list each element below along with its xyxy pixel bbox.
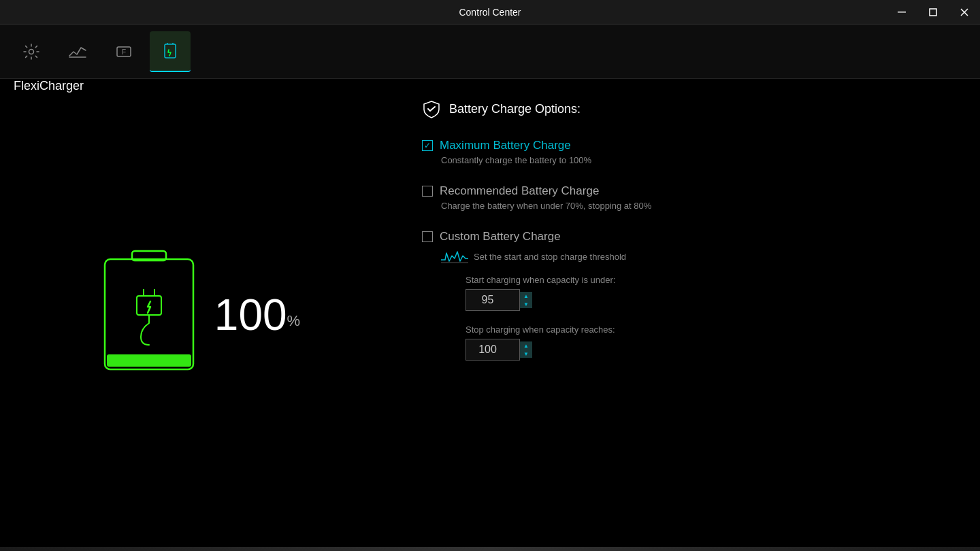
start-charge-input[interactable] — [466, 289, 520, 311]
maximize-button[interactable] — [917, 0, 949, 24]
stop-charge-group: Stop charging when capacity reaches: ▲ ▼ — [466, 324, 953, 361]
option-recommended-desc: Charge the battery when under 70%, stopp… — [441, 201, 953, 211]
option-recommended-title: Recommended Battery Charge — [440, 184, 599, 198]
custom-threshold-desc: Set the start and stop charge threshold — [474, 252, 626, 262]
svg-rect-8 — [165, 44, 176, 58]
start-charge-label: Start charging when capacity is under: — [466, 275, 953, 285]
section-title: Battery Charge Options: — [449, 102, 581, 116]
option-recommended: Recommended Battery Charge Charge the ba… — [422, 184, 953, 211]
option-maximum: ✓ Maximum Battery Charge Constantly char… — [422, 139, 953, 165]
battery-percent-value: 100 — [214, 290, 287, 339]
main-content: 100% Battery Charge Options: ✓ Maximum B… — [0, 79, 980, 551]
stop-charge-input-wrapper: ▲ ▼ — [466, 339, 534, 361]
nav-bar: F — [0, 24, 980, 79]
close-button[interactable] — [949, 0, 980, 24]
check-icon: ✓ — [424, 141, 431, 150]
stop-charge-up-button[interactable]: ▲ — [520, 341, 532, 350]
checkbox-maximum[interactable]: ✓ — [422, 140, 433, 151]
start-charge-stepper: ▲ ▼ — [520, 292, 534, 308]
stop-charge-down-button[interactable]: ▼ — [520, 350, 532, 358]
battery-display: 100% — [95, 247, 300, 383]
start-charge-input-wrapper: ▲ ▼ — [466, 289, 534, 311]
nav-flexikey-button[interactable]: F — [103, 31, 144, 72]
left-panel: 100% — [0, 79, 395, 551]
option-custom: Custom Battery Charge Set the start and … — [422, 230, 953, 361]
nav-performance-button[interactable] — [57, 31, 98, 72]
start-charge-up-button[interactable]: ▲ — [520, 292, 532, 300]
svg-point-4 — [29, 49, 34, 54]
svg-rect-0 — [898, 12, 906, 13]
battery-percent-display: 100% — [214, 290, 300, 340]
right-panel: Battery Charge Options: ✓ Maximum Batter… — [395, 79, 980, 551]
section-header: Battery Charge Options: — [422, 99, 953, 118]
bottom-bar — [0, 547, 980, 551]
option-custom-header[interactable]: Custom Battery Charge — [422, 230, 953, 244]
stop-charge-label: Stop charging when capacity reaches: — [466, 324, 953, 335]
nav-settings-button[interactable] — [11, 31, 52, 72]
checkbox-recommended[interactable] — [422, 186, 433, 197]
checkbox-custom[interactable] — [422, 231, 433, 242]
battery-percent-sign: % — [287, 312, 301, 329]
option-maximum-title: Maximum Battery Charge — [440, 139, 571, 152]
start-charge-down-button[interactable]: ▼ — [520, 300, 532, 308]
option-maximum-desc: Constantly charge the battery to 100% — [441, 155, 953, 165]
waveform-icon — [441, 249, 468, 264]
minimize-button[interactable] — [886, 0, 917, 24]
svg-text:F: F — [122, 48, 126, 56]
option-recommended-header[interactable]: Recommended Battery Charge — [422, 184, 953, 198]
stop-charge-stepper: ▲ ▼ — [520, 341, 534, 358]
stop-charge-input[interactable] — [466, 339, 520, 361]
battery-icon — [95, 247, 203, 383]
option-custom-title: Custom Battery Charge — [440, 230, 561, 244]
svg-rect-1 — [930, 9, 936, 16]
custom-charge-sub: Set the start and stop charge threshold … — [441, 249, 953, 361]
option-maximum-header[interactable]: ✓ Maximum Battery Charge — [422, 139, 953, 152]
start-charge-group: Start charging when capacity is under: ▲… — [466, 275, 953, 311]
nav-flexicharger-button[interactable] — [150, 31, 191, 72]
custom-icon-row: Set the start and stop charge threshold — [441, 249, 953, 264]
window-title: Control Center — [459, 7, 521, 18]
shield-icon — [422, 99, 441, 118]
window-controls — [886, 0, 980, 24]
title-bar: Control Center — [0, 0, 980, 24]
svg-rect-13 — [107, 354, 191, 367]
